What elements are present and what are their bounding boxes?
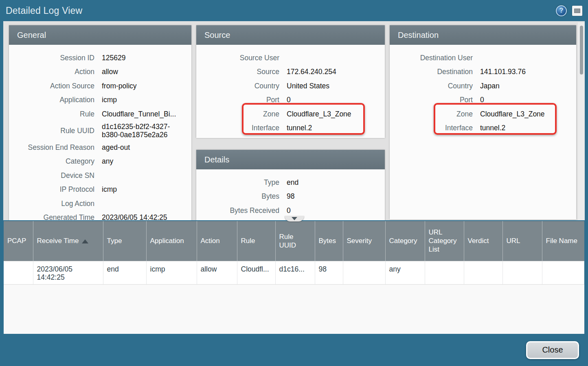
column-header-severity[interactable]: Severity — [343, 221, 385, 261]
field-value: 0 — [480, 96, 571, 104]
field-value: tunnel.2 — [287, 124, 380, 132]
column-label: Action — [201, 237, 220, 245]
field-label: Port — [196, 96, 287, 104]
field-destination-address: Destination 141.101.93.76 — [390, 65, 571, 79]
cell-url-category-list — [425, 261, 464, 284]
field-value: from-policy — [102, 82, 186, 90]
column-label: PCAP — [7, 237, 26, 245]
field-log-type: Type end — [196, 175, 380, 190]
field-source-zone: Zone Cloudflare_L3_Zone — [196, 107, 380, 121]
field-label: Bytes Received — [196, 206, 287, 215]
field-value: any — [102, 157, 186, 166]
column-header-application[interactable]: Application — [146, 221, 197, 261]
cell-rule-uuid: d1c16... — [275, 261, 315, 284]
field-source-port: Port 0 — [196, 93, 380, 107]
column-header-pcap[interactable]: PCAP — [4, 221, 33, 261]
panels-scrollbar-thumb[interactable] — [580, 26, 583, 75]
column-header-category[interactable]: Category — [385, 221, 425, 261]
column-header-verdict[interactable]: Verdict — [464, 221, 502, 261]
field-generated-time: Generated Time 2023/06/05 14:42:25 — [9, 210, 186, 220]
column-header-url[interactable]: URL — [502, 221, 542, 261]
panels-scrollbar-track[interactable] — [578, 22, 585, 220]
field-value: 2023/06/05 14:42:25 — [102, 213, 186, 220]
help-icon[interactable]: ? — [556, 5, 567, 16]
cell-verdict — [464, 261, 502, 284]
field-label: Rule — [9, 110, 102, 118]
column-label: File Name — [546, 237, 577, 245]
field-label: Destination — [390, 68, 480, 76]
field-session-id: Session ID 125629 — [9, 51, 186, 65]
titlebar-icons: ? — [556, 5, 582, 16]
field-device-sn: Device SN — [9, 169, 186, 183]
column-header-type[interactable]: Type — [103, 221, 146, 261]
field-label: Zone — [390, 110, 480, 118]
window-restore-icon[interactable] — [572, 6, 582, 16]
column-header-url-category-list[interactable]: URL Category List — [425, 221, 464, 261]
field-bytes: Bytes 98 — [196, 190, 380, 204]
field-label: Interface — [390, 124, 480, 132]
column-label: Severity — [347, 237, 372, 245]
column-label: Verdict — [468, 237, 489, 245]
field-label: Action — [9, 68, 102, 76]
panel-details-body: Type end Bytes 98 Bytes Received 0 — [196, 169, 385, 218]
panel-destination-body: Destination User Destination 141.101.93.… — [390, 45, 576, 135]
field-value: tunnel.2 — [480, 124, 571, 132]
dialog-titlebar: Detailed Log View ? — [0, 0, 588, 21]
column-header-action[interactable]: Action — [197, 221, 237, 261]
field-label: Action Source — [9, 82, 102, 90]
column-label: Category — [389, 237, 417, 245]
field-label: Session End Reason — [9, 143, 102, 152]
cell-bytes: 98 — [315, 261, 343, 284]
column-label: Bytes — [319, 237, 336, 245]
field-source-user: Source User — [196, 51, 380, 65]
field-label: Application — [9, 96, 102, 104]
field-label: Country — [196, 82, 287, 90]
field-value: 0 — [287, 206, 380, 215]
cell-url — [502, 261, 542, 284]
field-value: allow — [102, 68, 186, 76]
cell-type: end — [103, 261, 146, 284]
cell-severity — [343, 261, 385, 284]
field-action: Action allow — [9, 65, 186, 79]
field-label: IP Protocol — [9, 185, 102, 194]
panel-general: General Session ID 125629 Action allow A… — [9, 25, 191, 220]
column-header-bytes[interactable]: Bytes — [315, 221, 343, 261]
log-table-header-row: PCAP Receive Time Type Application Actio… — [4, 221, 584, 261]
panel-general-body: Session ID 125629 Action allow Action So… — [9, 45, 191, 220]
panel-details: Details Type end Bytes 98 Bytes Received… — [196, 150, 385, 220]
column-label: URL — [507, 237, 520, 245]
panel-table-splitter-handle[interactable] — [285, 216, 304, 221]
field-label: Destination User — [390, 54, 480, 62]
column-label: URL Category List — [429, 228, 457, 254]
cell-rule: Cloudfl... — [237, 261, 275, 284]
chevron-down-icon — [292, 217, 297, 220]
field-destination-zone: Zone Cloudflare_L3_Zone — [390, 107, 571, 121]
field-label: Session ID — [9, 54, 102, 62]
field-value: icmp — [102, 96, 186, 104]
cell-receive-time: 2023/06/05 14:42:25 — [33, 261, 103, 284]
panel-details-header: Details — [196, 150, 385, 169]
field-value: end — [287, 178, 380, 187]
column-header-file-name[interactable]: File Name — [542, 221, 584, 261]
field-destination-user: Destination User — [390, 51, 571, 65]
panel-source-header: Source — [196, 25, 385, 45]
field-label: Generated Time — [9, 213, 102, 220]
field-value: Cloudflare_Tunnel_Bi... — [102, 110, 186, 118]
panel-destination-header: Destination — [390, 25, 576, 45]
field-rule-uuid: Rule UUID d1c16235-b2f2-4327-b380-0ae187… — [9, 121, 186, 140]
log-table-section: PCAP Receive Time Type Application Actio… — [4, 221, 584, 334]
field-label: Category — [9, 157, 102, 166]
cell-file-name — [542, 261, 584, 284]
detail-panels-region: General Session ID 125629 Action allow A… — [3, 21, 585, 220]
dialog-footer: Close — [0, 334, 588, 366]
field-value: 141.101.93.76 — [480, 68, 571, 76]
field-destination-interface: Interface tunnel.2 — [390, 121, 571, 136]
column-header-rule-uuid[interactable]: Rule UUID — [275, 221, 315, 261]
log-table-row[interactable]: 2023/06/05 14:42:25 end icmp allow Cloud… — [4, 261, 584, 284]
column-header-rule[interactable]: Rule — [237, 221, 275, 261]
cell-application: icmp — [146, 261, 197, 284]
field-label: Interface — [196, 124, 287, 132]
column-header-receive-time[interactable]: Receive Time — [33, 221, 103, 261]
close-button[interactable]: Close — [526, 341, 579, 359]
field-value: 98 — [287, 192, 380, 201]
